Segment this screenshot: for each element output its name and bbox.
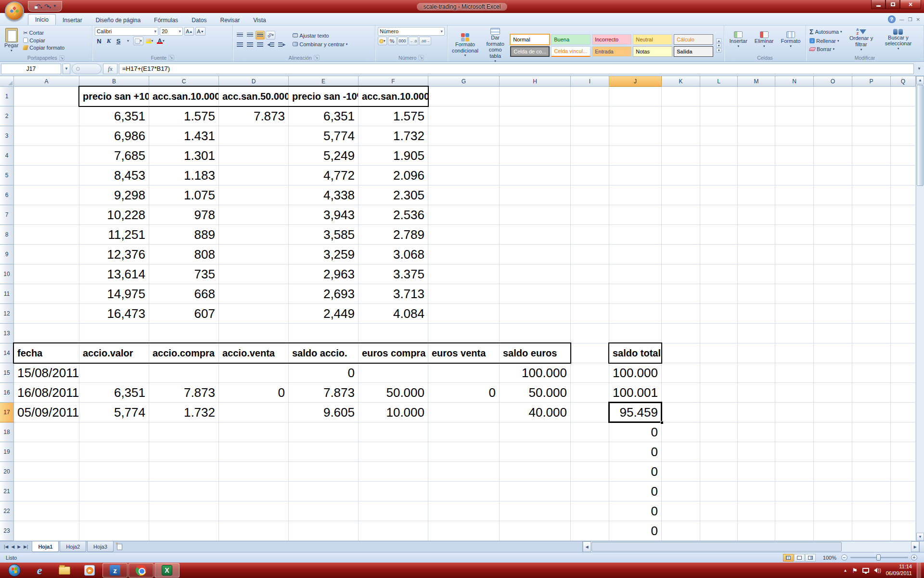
- cell-I13[interactable]: [571, 324, 609, 343]
- cell-G15[interactable]: [428, 363, 500, 383]
- cell-Q7[interactable]: [891, 205, 916, 225]
- cell-E22[interactable]: [289, 501, 359, 521]
- col-header-F[interactable]: F: [359, 76, 428, 87]
- cell-N16[interactable]: [775, 383, 814, 403]
- ribbon-tab-vista[interactable]: Vista: [246, 15, 272, 25]
- cell-E8[interactable]: 3,585: [289, 225, 359, 245]
- conditional-formatting-button[interactable]: Formato condicional▾: [450, 32, 480, 58]
- cut-button[interactable]: ✂Cortar: [22, 29, 65, 37]
- cell-F3[interactable]: 1.732: [359, 126, 428, 146]
- scroll-up-arrow[interactable]: ▲: [916, 76, 924, 84]
- cell-O19[interactable]: [814, 442, 852, 462]
- cell-Q6[interactable]: [891, 185, 916, 205]
- cell-N6[interactable]: [775, 185, 814, 205]
- cell-A8[interactable]: [14, 225, 79, 245]
- cell-N2[interactable]: [775, 106, 814, 126]
- cell-P13[interactable]: [852, 324, 891, 343]
- zoom-slider-thumb[interactable]: [876, 554, 881, 561]
- cell-F16[interactable]: 50.000: [359, 383, 428, 403]
- page-layout-view-button[interactable]: [794, 554, 805, 562]
- cell-E2[interactable]: 6,351: [289, 106, 359, 126]
- cell-I1[interactable]: [571, 87, 609, 106]
- cell-K16[interactable]: [662, 383, 700, 403]
- cell-Q18[interactable]: [891, 422, 916, 442]
- cell-I10[interactable]: [571, 264, 609, 284]
- cell-G21[interactable]: [428, 482, 500, 501]
- select-all-corner[interactable]: [0, 76, 14, 87]
- cell-K9[interactable]: [662, 245, 700, 264]
- cell-O21[interactable]: [814, 482, 852, 501]
- cell-B19[interactable]: [79, 442, 149, 462]
- cell-P16[interactable]: [852, 383, 891, 403]
- cell-Q5[interactable]: [891, 166, 916, 185]
- cell-P8[interactable]: [852, 225, 891, 245]
- cell-H12[interactable]: [500, 304, 571, 324]
- cell-M6[interactable]: [738, 185, 775, 205]
- cell-F15[interactable]: [359, 363, 428, 383]
- taskbar-excel[interactable]: X: [154, 563, 180, 578]
- cell-N22[interactable]: [775, 501, 814, 521]
- cell-J4[interactable]: [609, 146, 662, 166]
- cell-B9[interactable]: 12,376: [79, 245, 149, 264]
- cell-P3[interactable]: [852, 126, 891, 146]
- cell-A17[interactable]: 05/09/2011: [14, 403, 79, 422]
- cell-L4[interactable]: [700, 146, 738, 166]
- cell-I12[interactable]: [571, 304, 609, 324]
- zoom-slider[interactable]: [850, 557, 908, 558]
- cell-K6[interactable]: [662, 185, 700, 205]
- cell-E19[interactable]: [289, 442, 359, 462]
- cell-D1[interactable]: acc.san.50.000: [219, 87, 289, 106]
- next-sheet-button[interactable]: ▶: [16, 544, 22, 550]
- sort-filter-button[interactable]: AZ Ordenar y filtrar▾: [845, 27, 877, 52]
- minimize-button[interactable]: [871, 0, 886, 9]
- cell-Q1[interactable]: [891, 87, 916, 106]
- cell-E20[interactable]: [289, 462, 359, 482]
- cell-B5[interactable]: 8,453: [79, 166, 149, 185]
- cell-Q8[interactable]: [891, 225, 916, 245]
- number-format-combo[interactable]: Número▾: [378, 27, 445, 36]
- scroll-down-arrow[interactable]: ▼: [916, 533, 924, 541]
- cell-M7[interactable]: [738, 205, 775, 225]
- row-header-6[interactable]: 6: [0, 185, 14, 205]
- cell-A10[interactable]: [14, 264, 79, 284]
- cell-style-input[interactable]: Entrada: [592, 46, 631, 57]
- align-center-button[interactable]: [245, 40, 255, 49]
- cell-M20[interactable]: [738, 462, 775, 482]
- cell-B7[interactable]: 10,228: [79, 205, 149, 225]
- cell-M13[interactable]: [738, 324, 775, 343]
- align-left-button[interactable]: [235, 40, 244, 49]
- cell-K5[interactable]: [662, 166, 700, 185]
- row-header-5[interactable]: 5: [0, 166, 14, 185]
- cell-E15[interactable]: 0: [289, 363, 359, 383]
- cell-O13[interactable]: [814, 324, 852, 343]
- row-header-22[interactable]: 22: [0, 501, 14, 521]
- cell-B2[interactable]: 6,351: [79, 106, 149, 126]
- cell-G4[interactable]: [428, 146, 500, 166]
- cell-L17[interactable]: [700, 403, 738, 422]
- cell-E18[interactable]: [289, 422, 359, 442]
- cell-L18[interactable]: [700, 422, 738, 442]
- col-header-J[interactable]: J: [609, 76, 662, 87]
- cell-J17[interactable]: 95.459: [609, 403, 662, 422]
- cell-A14[interactable]: fecha: [14, 343, 79, 363]
- cell-M22[interactable]: [738, 501, 775, 521]
- col-header-P[interactable]: P: [852, 76, 891, 87]
- cell-D21[interactable]: [219, 482, 289, 501]
- col-header-B[interactable]: B: [79, 76, 149, 87]
- cell-A3[interactable]: [14, 126, 79, 146]
- cell-O18[interactable]: [814, 422, 852, 442]
- cell-N9[interactable]: [775, 245, 814, 264]
- cell-A16[interactable]: 16/08/2011: [14, 383, 79, 403]
- cell-style-notes[interactable]: Notas: [633, 46, 672, 57]
- cell-C23[interactable]: [149, 521, 219, 541]
- cell-A2[interactable]: [14, 106, 79, 126]
- cell-L6[interactable]: [700, 185, 738, 205]
- cell-G18[interactable]: [428, 422, 500, 442]
- cell-F13[interactable]: [359, 324, 428, 343]
- cell-A11[interactable]: [14, 284, 79, 304]
- row-header-12[interactable]: 12: [0, 304, 14, 324]
- col-header-O[interactable]: O: [814, 76, 852, 87]
- cell-D2[interactable]: 7.873: [219, 106, 289, 126]
- cell-D12[interactable]: [219, 304, 289, 324]
- increase-indent-button[interactable]: ▶: [277, 40, 287, 49]
